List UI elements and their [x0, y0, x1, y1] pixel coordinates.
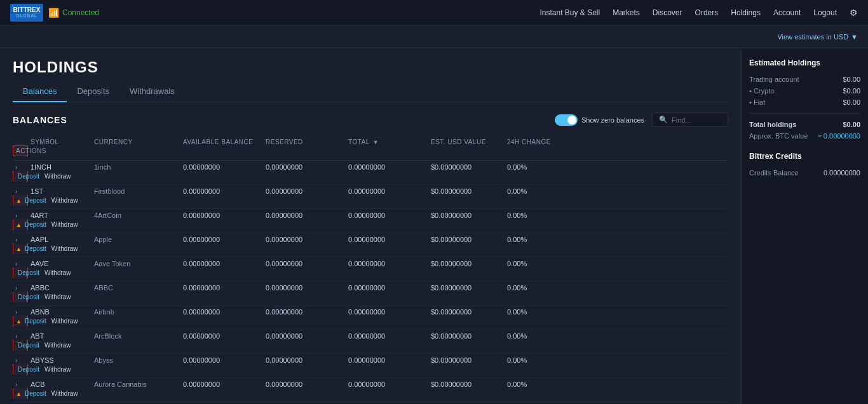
view-estimates-label: View estimates in USD [777, 33, 848, 41]
table-row: › ABNB Airbnb 0.00000000 0.00000000 0.00… [13, 306, 728, 330]
balances-header: BALANCES Show zero balances 🔍 [13, 112, 728, 127]
search-input[interactable] [672, 116, 722, 124]
crypto-row: • Crypto $0.00 [749, 85, 860, 97]
sort-icon: ▼ [373, 139, 379, 145]
deposit-button[interactable]: Deposit [16, 341, 41, 349]
col-expand [13, 138, 28, 145]
fiat-label: • Fiat [749, 98, 765, 106]
table-row: › ABT ArcBlock 0.00000000 0.00000000 0.0… [13, 330, 728, 354]
expand-icon[interactable]: › [15, 164, 17, 171]
divider [749, 113, 860, 114]
credits-balance-value: 0.00000000 [824, 169, 860, 177]
deposit-button[interactable]: Deposit [16, 293, 41, 301]
deposit-button[interactable]: Deposit [23, 317, 48, 325]
tab-deposits[interactable]: Deposits [67, 81, 119, 102]
page-title: HOLDINGS [13, 58, 728, 76]
currency: 1inch [94, 163, 111, 171]
balances-table: SYMBOL CURRENCY AVAILABLE BALANCE RESERV… [13, 135, 728, 404]
col-reserved: RESERVED [263, 138, 346, 145]
withdraw-button[interactable]: Withdraw [43, 293, 73, 301]
table-row: › ABBC ABBC 0.00000000 0.00000000 0.0000… [13, 281, 728, 306]
connection-status: 📶 Connected [48, 8, 99, 18]
expand-icon[interactable]: › [15, 212, 17, 219]
deposit-button[interactable]: Deposit [16, 365, 41, 374]
nav-holdings[interactable]: Holdings [731, 8, 761, 17]
col-change: 24H CHANGE [505, 138, 593, 145]
credits-balance-row: Credits Balance 0.00000000 [749, 167, 860, 178]
total-holdings-row: Total holdings $0.00 [749, 119, 860, 130]
nav-account[interactable]: Account [773, 8, 801, 17]
expand-icon[interactable]: › [15, 381, 17, 388]
withdraw-button[interactable]: Withdraw [50, 389, 80, 398]
expand-icon[interactable]: › [15, 260, 17, 267]
warning-icon: ▲ [16, 246, 22, 252]
col-currency: CURRENCY [92, 138, 180, 145]
withdraw-button[interactable]: Withdraw [43, 269, 73, 277]
deposit-button[interactable]: Deposit [23, 389, 48, 398]
expand-icon[interactable]: › [15, 333, 17, 340]
col-total: TOTAL ▼ [346, 138, 428, 145]
show-zero-balances-toggle[interactable] [555, 114, 578, 126]
tab-withdrawals[interactable]: Withdrawals [119, 81, 185, 102]
fiat-value: $0.00 [843, 98, 860, 106]
btc-value-label: Approx. BTC value [749, 132, 808, 140]
crypto-value: $0.00 [843, 87, 860, 95]
symbol: 1INCH [31, 163, 51, 171]
expand-icon[interactable]: › [15, 188, 17, 195]
settings-icon[interactable]: ⚙ [850, 8, 858, 18]
right-sidebar: Estimated Holdings Trading account $0.00… [741, 48, 868, 404]
withdraw-button[interactable]: Withdraw [50, 220, 80, 229]
tabs: Balances Deposits Withdrawals [13, 81, 728, 102]
withdraw-button[interactable]: Withdraw [43, 341, 73, 349]
nav-orders[interactable]: Orders [695, 8, 719, 17]
balances-title: BALANCES [13, 115, 67, 125]
table-row: › AAVE Aave Token 0.00000000 0.00000000 … [13, 257, 728, 281]
total-holdings-label: Total holdings [749, 121, 796, 128]
btc-value-row: Approx. BTC value ≈ 0.00000000 [749, 130, 860, 142]
main-header: BITTREX GLOBAL 📶 Connected Instant Buy &… [0, 0, 868, 25]
wifi-icon: 📶 [48, 8, 59, 18]
col-available: AVAILABLE BALANCE [180, 138, 263, 145]
toggle-container: Show zero balances [555, 114, 644, 126]
withdraw-button[interactable]: Withdraw [50, 245, 80, 253]
nav-discover[interactable]: Discover [653, 8, 682, 17]
view-estimates-button[interactable]: View estimates in USD ▼ [777, 33, 858, 41]
withdraw-button[interactable]: Withdraw [43, 365, 73, 374]
credits-balance-label: Credits Balance [749, 169, 799, 177]
deposit-button[interactable]: Deposit [16, 172, 41, 180]
table-row: › 1INCH 1inch 0.00000000 0.00000000 0.00… [13, 161, 728, 185]
table-row: › AAPL Apple 0.00000000 0.00000000 0.000… [13, 233, 728, 257]
estimated-holdings-title: Estimated Holdings [749, 58, 860, 67]
withdraw-button[interactable]: Withdraw [50, 196, 80, 205]
withdraw-button[interactable]: Withdraw [50, 317, 80, 325]
deposit-button[interactable]: Deposit [23, 196, 48, 205]
col-actions: ACTIONS [13, 145, 28, 156]
table-row: › 4ART 4ArtCoin 0.00000000 0.00000000 0.… [13, 209, 728, 233]
chevron-down-icon: ▼ [851, 33, 858, 41]
withdraw-button[interactable]: Withdraw [43, 172, 73, 180]
main-layout: HOLDINGS Balances Deposits Withdrawals B… [0, 48, 868, 404]
warning-icon: ▲ [16, 222, 22, 228]
warning-icon: ▲ [16, 391, 22, 397]
expand-icon[interactable]: › [15, 309, 17, 316]
deposit-button[interactable]: Deposit [23, 220, 48, 229]
table-header: SYMBOL CURRENCY AVAILABLE BALANCE RESERV… [13, 135, 728, 161]
trading-account-row: Trading account $0.00 [749, 74, 860, 85]
bittrex-credits-section: Bittrex Credits Credits Balance 0.000000… [749, 152, 860, 178]
logo-text-bottom: GLOBAL [16, 13, 37, 18]
nav-logout[interactable]: Logout [813, 8, 837, 17]
tab-balances[interactable]: Balances [13, 81, 67, 102]
expand-icon[interactable]: › [15, 285, 17, 292]
total-holdings-value: $0.00 [843, 121, 860, 128]
subheader: View estimates in USD ▼ [0, 25, 868, 48]
deposit-button[interactable]: Deposit [23, 245, 48, 253]
deposit-button[interactable]: Deposit [16, 269, 41, 277]
nav-markets[interactable]: Markets [613, 8, 640, 17]
nav-instant-buy-sell[interactable]: Instant Buy & Sell [539, 8, 600, 17]
credits-title: Bittrex Credits [749, 152, 860, 161]
trading-account-label: Trading account [749, 76, 799, 83]
expand-icon[interactable]: › [15, 236, 17, 243]
expand-icon[interactable]: › [15, 357, 17, 364]
search-box: 🔍 [652, 112, 728, 127]
table-row: › ABYSS Abyss 0.00000000 0.00000000 0.00… [13, 354, 728, 378]
